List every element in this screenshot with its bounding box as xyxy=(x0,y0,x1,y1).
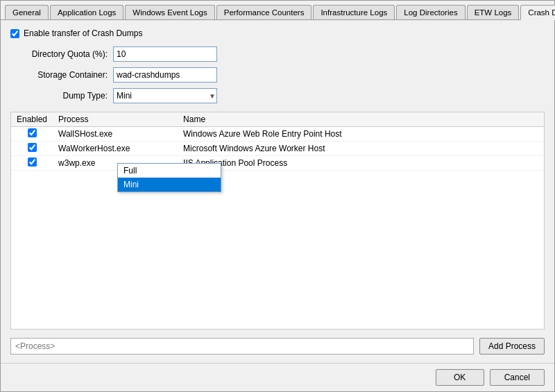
tab-perf-counters[interactable]: Performance Counters xyxy=(216,5,312,19)
tab-app-logs[interactable]: Application Logs xyxy=(50,5,123,19)
process-table-body: WallSHost.exe Windows Azure Web Role Ent… xyxy=(11,127,544,171)
enable-row: Enable transfer of Crash Dumps xyxy=(10,28,545,38)
table-row: w3wp.exe IIS Application Pool Process xyxy=(11,156,544,171)
row3-enabled-cell xyxy=(11,156,53,171)
cancel-button[interactable]: Cancel xyxy=(490,369,545,386)
process-bar: Add Process xyxy=(10,338,545,355)
tab-infra-logs[interactable]: Infrastructure Logs xyxy=(313,5,395,19)
row2-enabled-checkbox[interactable] xyxy=(28,143,37,152)
table-header-row: Enabled Process Name xyxy=(11,112,544,127)
tab-crash-dumps[interactable]: Crash Dumps xyxy=(520,5,555,20)
dropdown-option-mini[interactable]: Mini xyxy=(118,178,221,191)
ok-button[interactable]: OK xyxy=(436,369,484,386)
row2-enabled-cell xyxy=(11,142,53,156)
tab-etw-logs[interactable]: ETW Logs xyxy=(467,5,520,19)
dump-type-select[interactable]: Full Mini xyxy=(113,88,217,103)
process-table-container: Enabled Process Name WallSHost.exe Windo… xyxy=(10,112,545,330)
storage-container-row: Storage Container: xyxy=(10,67,545,83)
table-row: WallSHost.exe Windows Azure Web Role Ent… xyxy=(11,127,544,142)
tab-content: Enable transfer of Crash Dumps Directory… xyxy=(1,20,554,363)
tab-log-dirs[interactable]: Log Directories xyxy=(396,5,465,19)
table-row: WaWorkerHost.exe Microsoft Windows Azure… xyxy=(11,142,544,156)
process-input[interactable] xyxy=(10,338,474,355)
add-process-button[interactable]: Add Process xyxy=(479,338,545,355)
dialog-footer: OK Cancel xyxy=(1,363,554,391)
dialog-window: General Application Logs Windows Event L… xyxy=(0,0,555,392)
dump-type-dropdown: Full Mini xyxy=(117,163,221,192)
process-table: Enabled Process Name WallSHost.exe Windo… xyxy=(11,112,544,171)
storage-container-label: Storage Container: xyxy=(10,70,108,80)
row3-enabled-checkbox[interactable] xyxy=(28,157,37,167)
tab-bar: General Application Logs Windows Event L… xyxy=(1,1,554,20)
tab-general[interactable]: General xyxy=(5,5,49,19)
dump-type-row: Dump Type: Full Mini ▼ Full Mini xyxy=(10,88,545,103)
row1-process-cell: WallSHost.exe xyxy=(53,127,178,142)
enable-label: Enable transfer of Crash Dumps xyxy=(24,28,142,38)
directory-quota-label: Directory Quota (%): xyxy=(10,49,108,59)
directory-quota-input[interactable] xyxy=(113,46,217,62)
dump-type-wrapper: Full Mini ▼ xyxy=(113,88,217,103)
row1-enabled-cell xyxy=(11,127,53,142)
row3-name-cell: IIS Application Pool Process xyxy=(178,156,544,171)
col-header-enabled: Enabled xyxy=(11,112,53,127)
storage-container-input[interactable] xyxy=(113,67,217,83)
directory-quota-row: Directory Quota (%): xyxy=(10,46,545,62)
row1-enabled-checkbox[interactable] xyxy=(28,128,37,137)
dropdown-option-full[interactable]: Full xyxy=(118,164,221,178)
row2-name-cell: Microsoft Windows Azure Worker Host xyxy=(178,142,544,156)
col-header-process: Process xyxy=(53,112,178,127)
dump-type-label: Dump Type: xyxy=(10,91,108,101)
col-header-name: Name xyxy=(178,112,544,127)
row2-process-cell: WaWorkerHost.exe xyxy=(53,142,178,156)
row1-name-cell: Windows Azure Web Role Entry Point Host xyxy=(178,127,544,142)
tab-windows-event[interactable]: Windows Event Logs xyxy=(125,5,214,19)
enable-checkbox[interactable] xyxy=(10,29,19,38)
